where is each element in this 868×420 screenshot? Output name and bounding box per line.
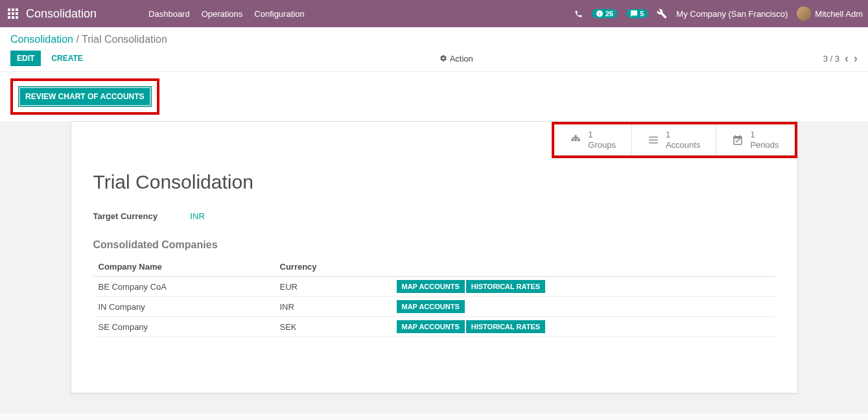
svg-rect-3 — [578, 139, 580, 141]
col-currency: Currency — [275, 257, 392, 277]
pager-prev[interactable]: ‹ — [845, 52, 849, 65]
section-title: Consolidated Companies — [93, 239, 775, 251]
form-sheet: 1 Groups 1 Accounts 1 Periods — [71, 121, 798, 393]
cell-currency: INR — [275, 297, 392, 317]
avatar — [797, 6, 811, 21]
cell-company: IN Company — [93, 297, 275, 317]
navbar: Consolidation Dashboard Operations Confi… — [0, 0, 868, 27]
periods-icon — [732, 134, 744, 146]
highlight-review: Review Chart of Accounts — [10, 78, 159, 115]
nav-right: 26 5 My Company (San Francisco) Mitchell… — [574, 6, 863, 21]
breadcrumb-root[interactable]: Consolidation — [10, 34, 73, 45]
target-currency-label: Target Currency — [93, 211, 191, 221]
control-panel: Consolidation / Trial Consolidation Edit… — [0, 27, 868, 71]
cell-currency: EUR — [275, 277, 392, 297]
user-name: Mitchell Adm — [815, 9, 863, 19]
messages-count: 5 — [640, 10, 644, 18]
pager-next[interactable]: › — [854, 52, 858, 65]
cell-company: SE Company — [93, 317, 275, 337]
activity-count: 26 — [605, 10, 613, 18]
groups-count: 1 — [588, 130, 616, 140]
edit-button[interactable]: Edit — [10, 51, 41, 66]
periods-label: Periods — [750, 140, 779, 150]
col-company: Company Name — [93, 257, 275, 277]
cell-actions: Map AccountsHistorical Rates — [392, 277, 775, 297]
map-accounts-button[interactable]: Map Accounts — [397, 320, 465, 333]
messages-badge[interactable]: 5 — [626, 9, 648, 18]
breadcrumb: Consolidation / Trial Consolidation — [10, 34, 858, 45]
cell-actions: Map AccountsHistorical Rates — [392, 317, 775, 337]
status-bar: Review Chart of Accounts — [0, 71, 868, 121]
review-chart-button[interactable]: Review Chart of Accounts — [18, 86, 152, 107]
cell-actions: Map Accounts — [392, 297, 775, 317]
nav-configuration[interactable]: Configuration — [254, 9, 304, 19]
highlight-stats: 1 Groups 1 Accounts 1 Periods — [552, 122, 797, 158]
gear-icon — [440, 54, 447, 62]
historical-rates-button[interactable]: Historical Rates — [466, 320, 545, 333]
cell-currency: SEK — [275, 317, 392, 337]
target-currency-value[interactable]: INR — [191, 211, 205, 221]
stat-periods[interactable]: 1 Periods — [716, 124, 794, 156]
stat-accounts[interactable]: 1 Accounts — [631, 124, 716, 156]
groups-label: Groups — [588, 140, 616, 150]
map-accounts-button[interactable]: Map Accounts — [397, 280, 465, 293]
periods-count: 1 — [750, 130, 779, 140]
company-selector[interactable]: My Company (San Francisco) — [676, 9, 788, 19]
phone-icon[interactable] — [574, 10, 583, 18]
accounts-label: Accounts — [666, 140, 700, 150]
map-accounts-button[interactable]: Map Accounts — [397, 300, 465, 313]
svg-rect-1 — [572, 139, 574, 141]
action-label: Action — [450, 54, 473, 64]
create-button[interactable]: Create — [45, 51, 89, 66]
app-brand[interactable]: Consolidation — [26, 7, 148, 21]
table-row[interactable]: SE CompanySEKMap AccountsHistorical Rate… — [93, 317, 775, 337]
cell-company: BE Company CoA — [93, 277, 275, 297]
groups-icon — [570, 134, 581, 146]
activity-badge[interactable]: 26 — [592, 9, 617, 18]
breadcrumb-sep: / — [73, 34, 82, 45]
pager-text: 3 / 3 — [823, 54, 839, 64]
action-dropdown[interactable]: Action — [440, 54, 473, 64]
user-menu[interactable]: Mitchell Adm — [797, 6, 863, 21]
historical-rates-button[interactable]: Historical Rates — [466, 280, 545, 293]
companies-table: Company Name Currency BE Company CoAEURM… — [93, 257, 775, 337]
nav-menu: Dashboard Operations Configuration — [148, 9, 305, 19]
svg-rect-0 — [575, 135, 577, 137]
apps-icon[interactable] — [5, 8, 26, 19]
col-actions — [392, 257, 775, 277]
nav-operations[interactable]: Operations — [202, 9, 243, 19]
accounts-icon — [648, 134, 659, 146]
svg-rect-2 — [575, 139, 577, 141]
page-title: Trial Consolidation — [93, 171, 775, 193]
table-row[interactable]: BE Company CoAEURMap AccountsHistorical … — [93, 277, 775, 297]
table-row[interactable]: IN CompanyINRMap Accounts — [93, 297, 775, 317]
breadcrumb-current: Trial Consolidation — [82, 34, 167, 45]
nav-dashboard[interactable]: Dashboard — [148, 9, 190, 19]
stat-groups[interactable]: 1 Groups — [554, 124, 631, 156]
debug-icon[interactable] — [657, 8, 667, 19]
accounts-count: 1 — [666, 130, 700, 140]
